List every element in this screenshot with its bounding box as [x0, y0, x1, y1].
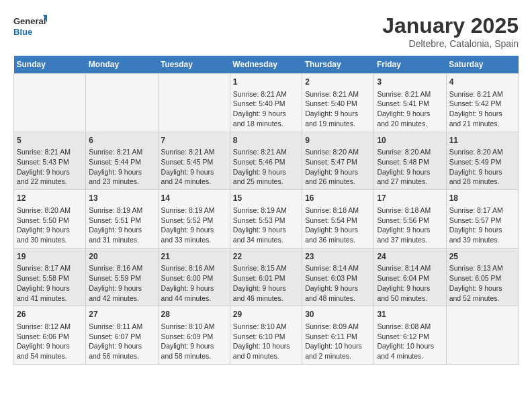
day-number: 28: [161, 309, 227, 320]
day-info: Sunrise: 8:21 AM Sunset: 5:40 PM Dayligh…: [305, 89, 371, 129]
day-number: 15: [233, 193, 299, 204]
day-info: Sunrise: 8:13 AM Sunset: 6:05 PM Dayligh…: [449, 263, 515, 303]
header-monday: Monday: [86, 56, 158, 74]
calendar-cell: 7Sunrise: 8:21 AM Sunset: 5:45 PM Daylig…: [158, 132, 230, 190]
day-info: Sunrise: 8:20 AM Sunset: 5:49 PM Dayligh…: [449, 147, 515, 187]
calendar-cell: 13Sunrise: 8:19 AM Sunset: 5:51 PM Dayli…: [86, 190, 158, 248]
day-number: 21: [161, 251, 227, 263]
svg-text:General: General: [13, 16, 46, 26]
week-row-3: 12Sunrise: 8:20 AM Sunset: 5:50 PM Dayli…: [14, 190, 519, 248]
day-number: 8: [233, 135, 299, 146]
logo: General Blue: [13, 13, 47, 40]
day-info: Sunrise: 8:18 AM Sunset: 5:54 PM Dayligh…: [305, 205, 371, 245]
calendar-cell: 28Sunrise: 8:10 AM Sunset: 6:09 PM Dayli…: [158, 306, 230, 365]
calendar-cell: 9Sunrise: 8:20 AM Sunset: 5:47 PM Daylig…: [302, 132, 374, 190]
location-subtitle: Deltebre, Catalonia, Spain: [382, 38, 519, 49]
day-number: 9: [305, 135, 371, 146]
calendar-cell: 15Sunrise: 8:19 AM Sunset: 5:53 PM Dayli…: [230, 190, 302, 248]
day-number: 13: [89, 193, 154, 204]
day-info: Sunrise: 8:14 AM Sunset: 6:03 PM Dayligh…: [305, 263, 371, 303]
day-number: 5: [17, 135, 83, 146]
day-info: Sunrise: 8:21 AM Sunset: 5:42 PM Dayligh…: [449, 89, 515, 129]
day-info: Sunrise: 8:12 AM Sunset: 6:06 PM Dayligh…: [17, 322, 83, 361]
calendar-cell: 6Sunrise: 8:21 AM Sunset: 5:44 PM Daylig…: [86, 132, 158, 190]
day-number: 24: [377, 251, 443, 263]
day-number: 17: [377, 193, 443, 204]
calendar-cell: [158, 74, 230, 132]
calendar-cell: 1Sunrise: 8:21 AM Sunset: 5:40 PM Daylig…: [230, 74, 302, 132]
day-info: Sunrise: 8:10 AM Sunset: 6:09 PM Dayligh…: [161, 322, 227, 361]
day-number: 31: [377, 309, 443, 320]
week-row-2: 5Sunrise: 8:21 AM Sunset: 5:43 PM Daylig…: [14, 132, 519, 190]
header-sunday: Sunday: [14, 56, 86, 74]
day-info: Sunrise: 8:20 AM Sunset: 5:50 PM Dayligh…: [17, 205, 83, 245]
calendar-cell: 16Sunrise: 8:18 AM Sunset: 5:54 PM Dayli…: [302, 190, 374, 248]
calendar-cell: 12Sunrise: 8:20 AM Sunset: 5:50 PM Dayli…: [14, 190, 86, 248]
day-number: 2: [305, 77, 371, 88]
day-info: Sunrise: 8:18 AM Sunset: 5:56 PM Dayligh…: [377, 205, 443, 245]
calendar-cell: 4Sunrise: 8:21 AM Sunset: 5:42 PM Daylig…: [446, 74, 518, 132]
day-number: 3: [377, 77, 443, 88]
day-info: Sunrise: 8:08 AM Sunset: 6:12 PM Dayligh…: [377, 322, 443, 361]
day-info: Sunrise: 8:19 AM Sunset: 5:51 PM Dayligh…: [89, 205, 154, 245]
day-number: 11: [449, 135, 515, 146]
day-number: 7: [161, 135, 227, 146]
calendar-cell: 29Sunrise: 8:10 AM Sunset: 6:10 PM Dayli…: [230, 306, 302, 365]
day-number: 20: [89, 251, 154, 263]
calendar-cell: 3Sunrise: 8:21 AM Sunset: 5:41 PM Daylig…: [374, 74, 446, 132]
day-info: Sunrise: 8:17 AM Sunset: 5:57 PM Dayligh…: [449, 205, 515, 245]
day-number: 27: [89, 309, 154, 320]
page-header: General Blue January 2025 Deltebre, Cata…: [13, 13, 519, 49]
week-row-5: 26Sunrise: 8:12 AM Sunset: 6:06 PM Dayli…: [14, 306, 519, 365]
calendar-cell: 22Sunrise: 8:15 AM Sunset: 6:01 PM Dayli…: [230, 248, 302, 306]
day-number: 1: [233, 77, 299, 88]
calendar-cell: 2Sunrise: 8:21 AM Sunset: 5:40 PM Daylig…: [302, 74, 374, 132]
day-info: Sunrise: 8:16 AM Sunset: 6:00 PM Dayligh…: [161, 263, 227, 303]
month-title: January 2025: [382, 13, 519, 38]
day-info: Sunrise: 8:11 AM Sunset: 6:07 PM Dayligh…: [89, 322, 154, 361]
week-row-1: 1Sunrise: 8:21 AM Sunset: 5:40 PM Daylig…: [14, 74, 519, 132]
day-info: Sunrise: 8:21 AM Sunset: 5:45 PM Dayligh…: [161, 147, 227, 187]
day-number: 26: [17, 309, 83, 320]
day-info: Sunrise: 8:17 AM Sunset: 5:58 PM Dayligh…: [17, 263, 83, 303]
header-saturday: Saturday: [446, 56, 518, 74]
day-info: Sunrise: 8:21 AM Sunset: 5:40 PM Dayligh…: [233, 89, 299, 129]
day-info: Sunrise: 8:21 AM Sunset: 5:46 PM Dayligh…: [233, 147, 299, 187]
day-info: Sunrise: 8:19 AM Sunset: 5:52 PM Dayligh…: [161, 205, 227, 245]
calendar-cell: 17Sunrise: 8:18 AM Sunset: 5:56 PM Dayli…: [374, 190, 446, 248]
header-wednesday: Wednesday: [230, 56, 302, 74]
calendar-cell: [14, 74, 86, 132]
day-number: 16: [305, 193, 371, 204]
calendar-cell: 14Sunrise: 8:19 AM Sunset: 5:52 PM Dayli…: [158, 190, 230, 248]
calendar-cell: [446, 306, 518, 365]
calendar-cell: 10Sunrise: 8:20 AM Sunset: 5:48 PM Dayli…: [374, 132, 446, 190]
day-number: 22: [233, 251, 299, 263]
day-number: 18: [449, 193, 515, 204]
calendar-cell: 8Sunrise: 8:21 AM Sunset: 5:46 PM Daylig…: [230, 132, 302, 190]
day-number: 23: [305, 251, 371, 263]
calendar-cell: 30Sunrise: 8:09 AM Sunset: 6:11 PM Dayli…: [302, 306, 374, 365]
calendar-cell: 21Sunrise: 8:16 AM Sunset: 6:00 PM Dayli…: [158, 248, 230, 306]
day-info: Sunrise: 8:10 AM Sunset: 6:10 PM Dayligh…: [233, 322, 299, 361]
calendar-cell: 31Sunrise: 8:08 AM Sunset: 6:12 PM Dayli…: [374, 306, 446, 365]
day-info: Sunrise: 8:09 AM Sunset: 6:11 PM Dayligh…: [305, 322, 371, 361]
calendar-table: SundayMondayTuesdayWednesdayThursdayFrid…: [13, 56, 519, 365]
day-number: 10: [377, 135, 443, 146]
day-info: Sunrise: 8:20 AM Sunset: 5:48 PM Dayligh…: [377, 147, 443, 187]
day-info: Sunrise: 8:16 AM Sunset: 5:59 PM Dayligh…: [89, 263, 154, 303]
day-info: Sunrise: 8:21 AM Sunset: 5:43 PM Dayligh…: [17, 147, 83, 187]
calendar-cell: 27Sunrise: 8:11 AM Sunset: 6:07 PM Dayli…: [86, 306, 158, 365]
calendar-cell: 5Sunrise: 8:21 AM Sunset: 5:43 PM Daylig…: [14, 132, 86, 190]
day-number: 30: [305, 309, 371, 320]
day-info: Sunrise: 8:20 AM Sunset: 5:47 PM Dayligh…: [305, 147, 371, 187]
svg-text:Blue: Blue: [13, 27, 32, 37]
week-row-4: 19Sunrise: 8:17 AM Sunset: 5:58 PM Dayli…: [14, 248, 519, 306]
day-info: Sunrise: 8:21 AM Sunset: 5:44 PM Dayligh…: [89, 147, 154, 187]
day-number: 14: [161, 193, 227, 204]
title-block: January 2025 Deltebre, Catalonia, Spain: [382, 13, 519, 49]
calendar-cell: 23Sunrise: 8:14 AM Sunset: 6:03 PM Dayli…: [302, 248, 374, 306]
day-number: 19: [17, 251, 83, 263]
header-row: SundayMondayTuesdayWednesdayThursdayFrid…: [14, 56, 519, 74]
calendar-cell: 19Sunrise: 8:17 AM Sunset: 5:58 PM Dayli…: [14, 248, 86, 306]
logo-svg: General Blue: [13, 13, 47, 40]
